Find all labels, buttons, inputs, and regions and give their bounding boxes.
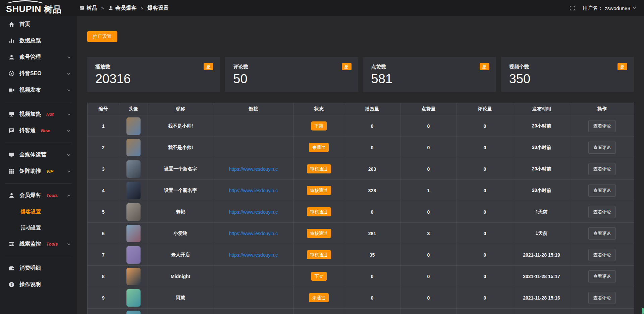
column-header-点赞量: 点赞量 [400, 103, 457, 115]
cell-status: 审核通过 [294, 244, 344, 266]
column-header-编号: 编号 [88, 103, 119, 115]
sidebar-item-label: 全媒体运营 [19, 151, 46, 158]
status-badge[interactable]: 未通过 [309, 293, 329, 302]
sidebar-item-抖音SEO[interactable]: 抖音SEO [0, 65, 77, 82]
status-badge[interactable]: 审核通过 [307, 186, 331, 195]
status-badge[interactable]: 审核通过 [307, 250, 331, 259]
stat-value: 581 [371, 72, 488, 86]
breadcrumb-separator: > [141, 6, 144, 11]
sidebar-item-label: 账号管理 [19, 54, 41, 61]
scrollbar-thumb[interactable] [642, 308, 644, 314]
sidebar-item-矩阵助推[interactable]: 矩阵助推VIP [0, 163, 77, 179]
view-comments-button[interactable]: 查看评论 [588, 270, 616, 282]
cell-nickname: 我不是小帅! [148, 115, 213, 137]
cell-comments [457, 309, 513, 314]
cell-status: 审核通过 [294, 223, 344, 244]
table-row: 4设置一个新名字https://www.iesdouyin.c审核通过32810… [88, 180, 634, 201]
view-comments-button[interactable]: 查看评论 [588, 249, 616, 261]
sidebar-subitem-爆客设置[interactable]: 爆客设置 [0, 204, 77, 220]
stat-label: 播放数 [95, 64, 212, 70]
avatar [126, 225, 141, 242]
chat-icon [8, 127, 15, 134]
sidebar-subitem-活动设置[interactable]: 活动设置 [0, 220, 77, 236]
cell-likes: 0 [400, 158, 457, 180]
avatar [126, 117, 141, 135]
cell-nickname: 我不是小帅! [148, 137, 213, 158]
sidebar-item-首页[interactable]: 首页 [0, 16, 77, 33]
video-link[interactable]: https://www.iesdouyin.c [229, 209, 278, 215]
cell-comments: 0 [457, 223, 513, 244]
sidebar-item-label: 消费明细 [19, 265, 41, 272]
cell-comments: 0 [457, 287, 513, 309]
user-menu[interactable]: 用户名： zswodun88 [583, 5, 637, 11]
cell-actions: 查看评论 [570, 244, 634, 266]
view-comments-button[interactable]: 查看评论 [588, 206, 616, 218]
cell-plays: 0 [344, 115, 400, 137]
cell-nickname: Midnight [148, 266, 213, 287]
fullscreen-icon[interactable] [569, 5, 575, 11]
view-comments-button[interactable]: 查看评论 [588, 142, 616, 154]
cell-status: 审核通过 [294, 201, 344, 223]
home-icon [8, 21, 15, 28]
cell-status: 下架 [294, 266, 344, 287]
breadcrumb-item[interactable]: 爆客设置 [147, 5, 169, 12]
main-content: 推广设置 播放数总20316评论数总50点赞数总581视频个数总350 编号头像… [77, 16, 644, 314]
cell-nickname [148, 309, 213, 314]
status-badge[interactable]: 审核通过 [307, 207, 331, 216]
cell-avatar [119, 223, 148, 244]
video-link[interactable]: https://www.iesdouyin.c [229, 166, 278, 172]
view-comments-button[interactable]: 查看评论 [588, 163, 616, 175]
view-comments-button[interactable]: 查看评论 [588, 185, 616, 197]
table-row: 7老人开店https://www.iesdouyin.c审核通过35002021… [88, 244, 634, 266]
cell-actions: 查看评论 [570, 223, 634, 244]
status-badge[interactable]: 下架 [311, 272, 327, 281]
sidebar-item-视频发布[interactable]: 视频发布 [0, 82, 77, 98]
sidebar-item-会员爆客[interactable]: 会员爆客Tools [0, 187, 77, 204]
cell-comments: 0 [457, 244, 513, 266]
sidebar-item-数据总览[interactable]: 数据总览 [0, 33, 77, 49]
cell-avatar [119, 244, 148, 266]
video-link[interactable]: https://www.iesdouyin.c [229, 188, 278, 193]
sidebar-item-抖客通[interactable]: 抖客通New [0, 122, 77, 139]
view-comments-button[interactable]: 查看评论 [588, 292, 616, 304]
stat-value: 350 [509, 72, 626, 86]
sidebar-item-操作说明[interactable]: ?操作说明 [0, 276, 77, 293]
cell-comments: 0 [457, 201, 513, 223]
breadcrumb-item[interactable]: 会员爆客 [108, 5, 137, 12]
app-logo[interactable]: SHUPIN 树品 [0, 0, 77, 16]
sidebar-item-线索监控[interactable]: 线索监控Tools [0, 236, 77, 252]
video-link[interactable]: https://www.iesdouyin.c [229, 231, 278, 236]
svg-text:?: ? [10, 283, 12, 286]
sidebar-item-视频加热[interactable]: 视频加热Hot [0, 106, 77, 122]
cell-id: 9 [88, 287, 119, 309]
cell-time: 20小时前 [513, 115, 570, 137]
sidebar-item-消费明细[interactable]: 消费明细 [0, 260, 77, 276]
video-link[interactable]: https://www.iesdouyin.c [229, 252, 278, 258]
view-comments-button[interactable]: 查看评论 [588, 227, 616, 240]
cell-avatar [119, 309, 148, 314]
sidebar-item-全媒体运营[interactable]: 全媒体运营 [0, 147, 77, 163]
column-header-状态: 状态 [294, 103, 344, 115]
cell-status: 审核通过 [294, 180, 344, 201]
stat-total-badge: 总 [618, 63, 627, 70]
status-badge[interactable]: 未通过 [309, 143, 329, 152]
sidebar-item-账号管理[interactable]: 账号管理 [0, 49, 77, 65]
sidebar-item-label: 首页 [19, 21, 30, 28]
videos-table: 编号头像昵称链接状态播放量点赞量评论量发布时间操作 1我不是小帅!下架00020… [87, 103, 634, 314]
cell-actions: 查看评论 [570, 180, 634, 201]
status-badge[interactable]: 审核通过 [307, 229, 331, 238]
view-comments-button[interactable]: 查看评论 [588, 120, 616, 132]
status-badge[interactable]: 审核通过 [307, 164, 331, 173]
gear-icon [8, 70, 15, 77]
cell-likes: 0 [400, 287, 457, 309]
cell-likes: 1 [400, 180, 457, 201]
cell-link: https://www.iesdouyin.c [213, 158, 294, 180]
avatar [126, 203, 141, 221]
sidebar-item-label: 操作说明 [19, 281, 41, 288]
stat-value: 50 [233, 72, 350, 86]
promo-settings-button[interactable]: 推广设置 [87, 31, 117, 42]
chevron-down-icon [66, 88, 71, 93]
status-badge[interactable]: 下架 [311, 121, 327, 130]
cell-avatar [119, 158, 148, 180]
breadcrumb-item[interactable]: 树品 [79, 5, 97, 12]
